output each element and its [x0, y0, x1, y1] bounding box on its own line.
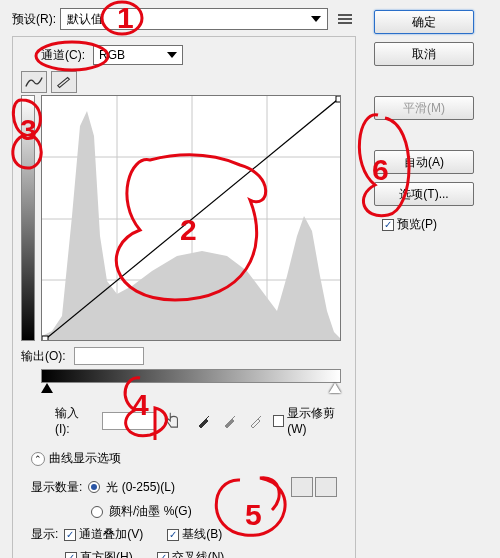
white-eyedropper-icon[interactable] — [247, 411, 265, 431]
gray-eyedropper-icon[interactable] — [221, 411, 239, 431]
svg-rect-7 — [42, 336, 48, 341]
channel-label: 通道(C): — [41, 47, 85, 64]
curves-graph[interactable] — [41, 95, 341, 341]
preset-dropdown[interactable]: 默认值 — [60, 8, 328, 30]
preset-label: 预设(R): — [12, 11, 56, 28]
grid-small-button[interactable] — [291, 477, 313, 497]
collapse-icon: ⌃ — [31, 452, 45, 466]
baseline-checkbox[interactable]: 基线(B) — [167, 526, 222, 543]
show-clipping-label: 显示修剪(W) — [287, 405, 347, 436]
input-input[interactable] — [102, 412, 156, 430]
output-label: 输出(O): — [21, 348, 66, 365]
output-input[interactable] — [74, 347, 144, 365]
channel-dropdown[interactable]: RGB — [93, 45, 183, 65]
show-label: 显示: — [31, 526, 58, 543]
pigment-radio-label: 颜料/油墨 %(G) — [109, 503, 192, 520]
svg-rect-8 — [336, 96, 341, 102]
light-radio[interactable] — [88, 481, 100, 493]
pencil-tool-button[interactable] — [51, 71, 77, 93]
show-clipping-checkbox[interactable]: 显示修剪(W) — [273, 405, 347, 436]
black-point-slider[interactable] — [41, 383, 53, 393]
light-radio-label: 光 (0-255)(L) — [106, 479, 175, 496]
preset-menu-icon[interactable] — [334, 8, 356, 30]
input-label: 输入(I): — [55, 405, 90, 436]
options-button[interactable]: 选项(T)... — [374, 182, 474, 206]
curve-display-options-expander[interactable]: ⌃ 曲线显示选项 — [31, 450, 347, 467]
black-eyedropper-icon[interactable] — [196, 411, 214, 431]
show-amount-label: 显示数量: — [31, 479, 82, 496]
grid-large-button[interactable] — [315, 477, 337, 497]
output-gradient-bar — [21, 95, 35, 341]
preview-label: 预览(P) — [397, 216, 437, 233]
channel-value: RGB — [99, 48, 125, 62]
cancel-button[interactable]: 取消 — [374, 42, 474, 66]
pigment-radio[interactable] — [91, 506, 103, 518]
input-gradient-bar — [41, 369, 341, 383]
auto-button[interactable]: 自动(A) — [374, 150, 474, 174]
intersection-checkbox[interactable]: 交叉线(N) — [157, 549, 225, 558]
finger-tool-icon[interactable] — [164, 411, 182, 431]
preview-checkbox[interactable]: 预览(P) — [382, 216, 484, 233]
histogram-checkbox[interactable]: 直方图(H) — [65, 549, 133, 558]
curve-tool-button[interactable] — [21, 71, 47, 93]
preset-value: 默认值 — [67, 11, 103, 28]
ok-button[interactable]: 确定 — [374, 10, 474, 34]
chevron-down-icon — [311, 16, 321, 22]
white-point-slider[interactable] — [329, 383, 341, 393]
smooth-button: 平滑(M) — [374, 96, 474, 120]
channel-overlay-checkbox[interactable]: 通道叠加(V) — [64, 526, 143, 543]
curve-display-options-label: 曲线显示选项 — [49, 450, 121, 467]
chevron-down-icon — [167, 52, 177, 58]
